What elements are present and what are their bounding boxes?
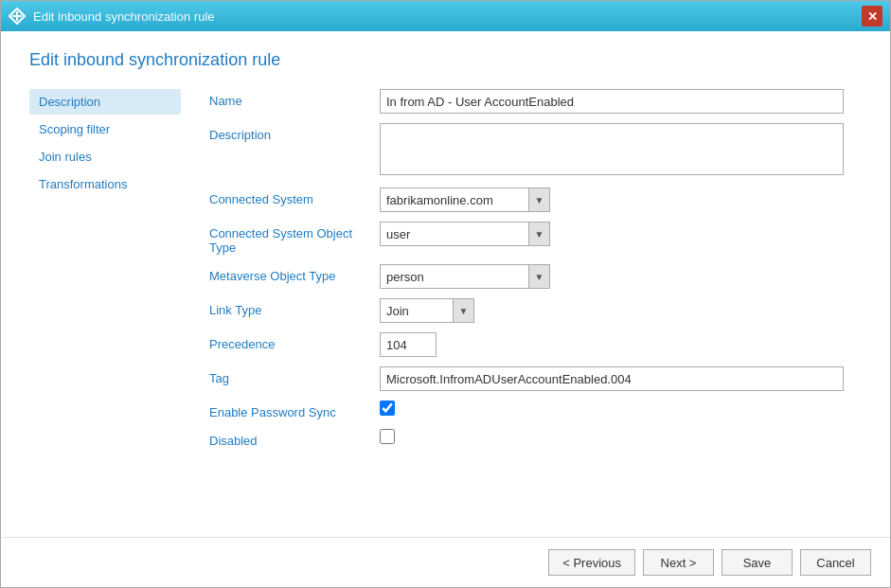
connected-system-object-type-select-wrapper: user ▼ [380, 222, 550, 246]
connected-system-control: fabrikamonline.com ▼ [380, 187, 862, 212]
app-icon [9, 8, 26, 25]
precedence-label: Precedence [209, 332, 380, 351]
title-bar: Edit inbound synchronization rule ✕ [1, 1, 890, 31]
connected-system-object-type-label: Connected System Object Type [209, 222, 380, 255]
tag-row: Tag [209, 366, 862, 391]
connected-system-object-type-control: user ▼ [380, 222, 862, 246]
connected-system-select-wrapper: fabrikamonline.com ▼ [380, 187, 550, 212]
name-input[interactable] [380, 89, 844, 114]
link-type-select-wrapper: Join ▼ [380, 298, 474, 323]
previous-button[interactable]: < Previous [548, 549, 635, 576]
disabled-label: Disabled [209, 429, 380, 448]
metaverse-object-type-select[interactable]: person [381, 265, 528, 288]
description-label: Description [209, 123, 380, 142]
metaverse-object-type-arrow: ▼ [528, 265, 549, 288]
disabled-row: Disabled [209, 429, 862, 448]
precedence-control [380, 332, 862, 357]
name-control [380, 89, 862, 114]
cancel-button[interactable]: Cancel [800, 549, 871, 576]
sidebar-item-transformations[interactable]: Transformations [29, 171, 181, 197]
disabled-control [380, 429, 862, 447]
name-row: Name [209, 89, 862, 114]
link-type-select[interactable]: Join [381, 299, 453, 322]
tag-label: Tag [209, 366, 380, 385]
connected-system-object-type-row: Connected System Object Type user ▼ [209, 222, 862, 255]
description-input[interactable] [380, 123, 844, 175]
precedence-input[interactable] [380, 332, 437, 357]
connected-system-label: Connected System [209, 187, 380, 206]
tag-input[interactable] [380, 366, 844, 391]
sidebar-item-description[interactable]: Description [29, 89, 181, 115]
tag-control [380, 366, 862, 391]
connected-system-object-type-arrow: ▼ [528, 223, 549, 245]
metaverse-object-type-select-wrapper: person ▼ [380, 264, 550, 289]
description-control [380, 123, 862, 178]
enable-password-sync-label: Enable Password Sync [209, 401, 380, 419]
link-type-label: Link Type [209, 298, 380, 317]
title-bar-left: Edit inbound synchronization rule [9, 8, 215, 25]
link-type-row: Link Type Join ▼ [209, 298, 862, 323]
form-area: Name Description Connected System [181, 89, 862, 527]
connected-system-object-type-select[interactable]: user [381, 223, 528, 245]
link-type-arrow: ▼ [453, 299, 473, 322]
content-area: Edit inbound synchronization rule Descri… [1, 31, 890, 537]
next-button[interactable]: Next > [643, 549, 714, 576]
sidebar: Description Scoping filter Join rules Tr… [29, 89, 181, 527]
description-row: Description [209, 123, 862, 178]
name-label: Name [209, 89, 380, 108]
save-button[interactable]: Save [722, 549, 793, 576]
connected-system-row: Connected System fabrikamonline.com ▼ [209, 187, 862, 212]
sidebar-item-join-rules[interactable]: Join rules [29, 144, 181, 169]
main-window: Edit inbound synchronization rule ✕ Edit… [0, 0, 891, 588]
enable-password-sync-checkbox[interactable] [380, 401, 395, 416]
main-layout: Description Scoping filter Join rules Tr… [29, 89, 862, 527]
enable-password-sync-control [380, 401, 862, 419]
enable-password-sync-row: Enable Password Sync [209, 401, 862, 419]
disabled-checkbox[interactable] [380, 429, 395, 444]
precedence-row: Precedence [209, 332, 862, 357]
close-button[interactable]: ✕ [862, 6, 882, 27]
window-title: Edit inbound synchronization rule [33, 9, 215, 24]
metaverse-object-type-label: Metaverse Object Type [209, 264, 380, 283]
link-type-control: Join ▼ [380, 298, 862, 323]
connected-system-select[interactable]: fabrikamonline.com [381, 188, 528, 211]
page-title: Edit inbound synchronization rule [29, 50, 862, 70]
metaverse-object-type-row: Metaverse Object Type person ▼ [209, 264, 862, 289]
connected-system-arrow: ▼ [528, 188, 549, 211]
metaverse-object-type-control: person ▼ [380, 264, 862, 289]
footer: < Previous Next > Save Cancel [1, 537, 890, 587]
sidebar-item-scoping-filter[interactable]: Scoping filter [29, 116, 181, 142]
